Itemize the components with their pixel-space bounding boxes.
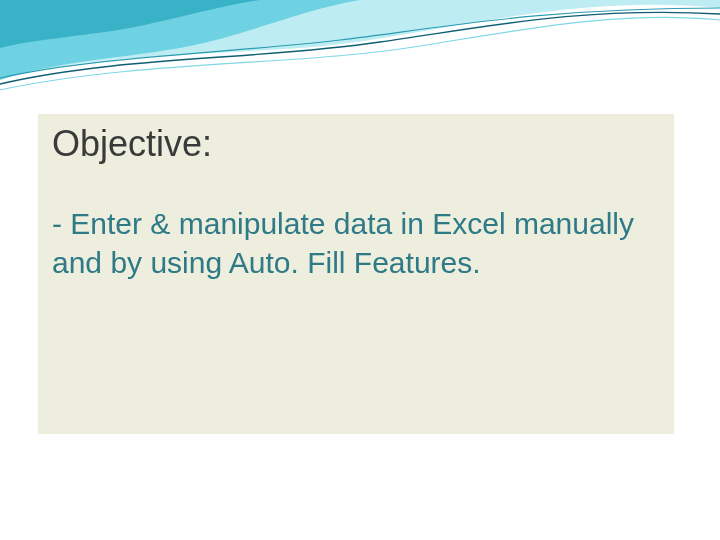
slide-body-text: - Enter & manipulate data in Excel manua… (38, 165, 674, 282)
wave-decoration (0, 0, 720, 110)
content-card: Objective: - Enter & manipulate data in … (38, 114, 674, 434)
slide-title: Objective: (38, 114, 674, 165)
slide: Objective: - Enter & manipulate data in … (0, 0, 720, 540)
